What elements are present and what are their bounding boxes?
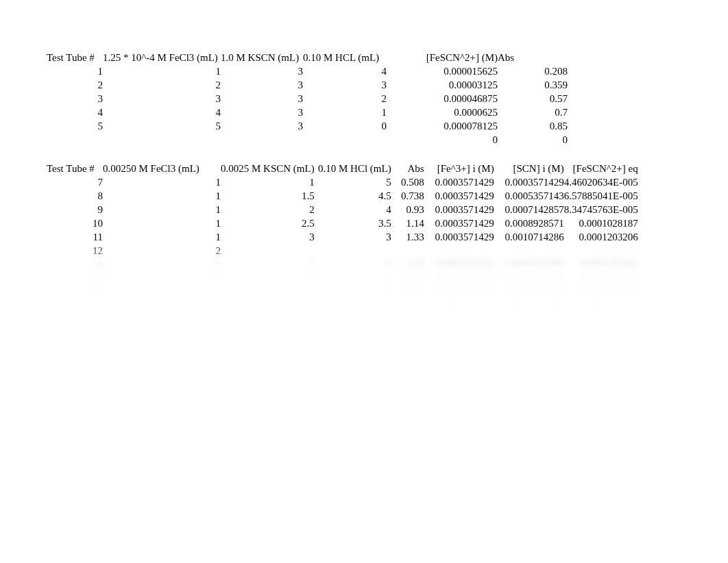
cell: 1.5 — [221, 189, 315, 203]
cell: 0.0003571429 — [424, 230, 494, 244]
col-header: [FeSCN^2+] (M) — [387, 51, 498, 64]
table-header-row: Test Tube # 0.00250 M FeCl3 (mL) 0.0025 … — [47, 162, 638, 175]
col-header: 0.0025 M KSCN (mL) — [221, 162, 315, 175]
cell: 1 — [103, 258, 221, 271]
col-header: [SCN] i (M) — [494, 162, 564, 175]
col-header: [FeSCN^2+] eq — [564, 162, 638, 175]
cell: 15 — [47, 285, 103, 299]
cell: 1 — [103, 216, 221, 230]
cell: 3 — [103, 92, 221, 105]
table-row: 161331.330.00035714290.00107142860.00012… — [47, 299, 638, 312]
cell: 1 — [103, 64, 221, 78]
cell: 7 — [47, 175, 103, 189]
cell: 2 — [103, 78, 221, 92]
cell: 0.0003571429 — [424, 258, 494, 271]
cell: 3 — [221, 258, 315, 271]
cell: 3 — [221, 285, 315, 299]
cell: 14 — [47, 271, 103, 285]
cell: 1 — [103, 189, 221, 203]
table-header-row: Test Tube # 1.25 * 10^-4 M FeCl3 (mL) 1.… — [47, 51, 568, 64]
cell: 2 — [221, 203, 315, 216]
col-header: [Fe^3+] i (M) — [424, 162, 494, 175]
cell: 11 — [47, 230, 103, 244]
cell: 0.000078125 — [387, 119, 498, 133]
table-row: 71150.5080.00035714290.00035714294.46020… — [47, 175, 638, 189]
cell: 2 — [303, 92, 387, 105]
cell: 8.34745763E-005 — [564, 203, 638, 216]
cell: 0.0007142857 — [494, 203, 564, 216]
cell — [391, 244, 424, 258]
cell: 16 — [47, 299, 103, 312]
cell — [315, 244, 391, 258]
cell: 0.208 — [498, 64, 568, 78]
col-header: Abs — [498, 51, 568, 64]
cell — [564, 244, 638, 258]
cell: 1 — [303, 105, 387, 119]
table-row: 00 — [47, 133, 568, 147]
cell: 0.57 — [498, 92, 568, 105]
cell — [47, 133, 103, 147]
cell: 5 — [315, 175, 391, 189]
cell: 0.93 — [391, 203, 424, 216]
cell: 0.0000625 — [387, 105, 498, 119]
table-row: 22330.000031250.359 — [47, 78, 568, 92]
cell: 0.0003571429 — [424, 299, 494, 312]
cell: 0.000015625 — [387, 64, 498, 78]
cell: 0.7 — [498, 105, 568, 119]
cell: 0.000046875 — [387, 92, 498, 105]
cell — [221, 244, 315, 258]
cell: 0.0001203206 — [564, 299, 638, 312]
cell: 1 — [103, 285, 221, 299]
cell: 0.0001203206 — [564, 271, 638, 285]
cell: 0.0001203206 — [564, 285, 638, 299]
table-row: 91240.930.00035714290.00071428578.347457… — [47, 203, 638, 216]
cell: 3 — [221, 271, 315, 285]
cell: 0.0003571429 — [424, 271, 494, 285]
col-header: 1.25 * 10^-4 M FeCl3 (mL) — [103, 51, 221, 64]
cell: 0 — [387, 133, 498, 147]
cell: 3 — [315, 271, 391, 285]
cell: 1 — [103, 230, 221, 244]
table-row: 1012.53.51.140.00035714290.00089285710.0… — [47, 216, 638, 230]
cell: 0.0003571429 — [494, 175, 564, 189]
cell: 13 — [47, 258, 103, 271]
cell: 2 — [103, 244, 221, 258]
cell: 0.0005357143 — [494, 189, 564, 203]
equilibrium-table: Test Tube # 0.00250 M FeCl3 (mL) 0.0025 … — [47, 162, 638, 312]
cell: 1.14 — [391, 216, 424, 230]
cell: 1.33 — [391, 271, 424, 285]
cell — [103, 133, 221, 147]
cell: 0 — [303, 119, 387, 133]
cell: 0.0003571429 — [424, 175, 494, 189]
cell: 3 — [221, 119, 303, 133]
cell: 2 — [47, 78, 103, 92]
col-header: 0.10 M HCl (mL) — [315, 162, 391, 175]
cell: 9 — [47, 203, 103, 216]
table-row: 122 — [47, 244, 638, 258]
cell: 2.5 — [221, 216, 315, 230]
cell: 0.0001203206 — [564, 230, 638, 244]
cell: 0.85 — [498, 119, 568, 133]
cell: 1 — [47, 64, 103, 78]
cell: 1 — [103, 299, 221, 312]
cell: 0 — [498, 133, 568, 147]
col-header: 0.00250 M FeCl3 (mL) — [103, 162, 221, 175]
cell: 0.0010714286 — [494, 230, 564, 244]
cell: 0.0001028187 — [564, 216, 638, 230]
table-row: 141331.330.00035714290.00107142860.00012… — [47, 271, 638, 285]
cell — [221, 133, 303, 147]
table-row: 151331.330.00035714290.00107142860.00012… — [47, 285, 638, 299]
cell: 3 — [47, 92, 103, 105]
cell: 10 — [47, 216, 103, 230]
cell: 1.33 — [391, 285, 424, 299]
cell: 1.33 — [391, 230, 424, 244]
cell: 1 — [103, 271, 221, 285]
table-row: 811.54.50.7380.00035714290.00053571436.5… — [47, 189, 638, 203]
cell: 4 — [303, 64, 387, 78]
table-row: 11340.0000156250.208 — [47, 64, 568, 78]
cell: 1 — [103, 175, 221, 189]
cell: 3.5 — [315, 216, 391, 230]
table-row: 55300.0000781250.85 — [47, 119, 568, 133]
col-header: 0.10 M HCL (mL) — [303, 51, 387, 64]
table-row: 33320.0000468750.57 — [47, 92, 568, 105]
